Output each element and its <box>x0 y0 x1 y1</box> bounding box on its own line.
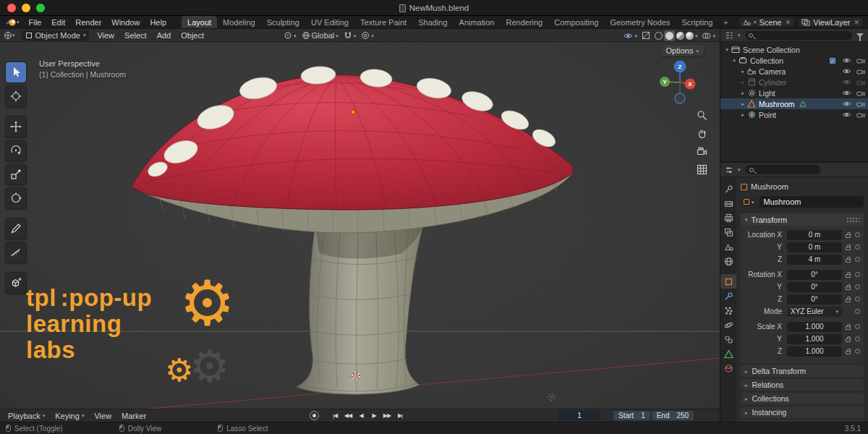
tab-geometry-nodes[interactable]: Geometry Nodes <box>604 16 676 28</box>
tab-object[interactable] <box>720 274 736 289</box>
expander-icon[interactable]: ▸ <box>739 101 746 107</box>
collection-checkbox[interactable]: ✓ <box>830 58 835 64</box>
tab-rendering[interactable]: Rendering <box>500 16 548 28</box>
transform-panel-header[interactable]: ▾ Transform <box>741 213 864 226</box>
properties-search-input[interactable] <box>745 165 820 174</box>
current-frame-field[interactable]: 1 <box>558 411 600 420</box>
tab-animation[interactable]: Animation <box>454 16 501 28</box>
pivot-point-selector[interactable]: ▾ <box>284 31 297 40</box>
disable-render-camera-icon[interactable] <box>856 90 865 96</box>
animate-decorator[interactable] <box>854 309 861 314</box>
expander-icon[interactable]: ▾ <box>731 58 738 64</box>
outliner-row-scene-collection[interactable]: ▾ Scene Collection <box>720 44 868 55</box>
options-button[interactable]: Options ▾ <box>661 45 704 56</box>
outliner-row-cylinder[interactable]: ▸ Cylinder <box>720 77 868 88</box>
next-keyframe-button[interactable]: ▶▶ <box>381 411 393 421</box>
menu-window[interactable]: Window <box>106 16 145 28</box>
animate-decorator[interactable] <box>854 336 861 341</box>
transform-tool[interactable] <box>5 187 27 209</box>
animate-decorator[interactable] <box>854 297 861 302</box>
panel-grip-icon[interactable] <box>846 217 859 223</box>
tab-tool[interactable] <box>720 182 736 196</box>
pan-hand-icon[interactable] <box>695 127 708 140</box>
shading-wireframe-button[interactable] <box>655 32 663 40</box>
animate-decorator[interactable] <box>854 257 861 262</box>
camera-view-icon[interactable] <box>695 145 708 158</box>
mode-selector[interactable]: Object Mode ▾ <box>22 30 90 41</box>
lock-icon[interactable] <box>842 324 854 330</box>
tab-view-layer[interactable] <box>720 225 736 239</box>
outliner-editor-icon[interactable] <box>725 31 733 40</box>
lock-icon[interactable] <box>842 349 854 354</box>
expander-icon[interactable]: ▸ <box>739 69 746 75</box>
menu-add[interactable]: Add <box>152 31 176 40</box>
section-instancing[interactable]: ▸ Instancing <box>741 407 864 418</box>
viewport-3d[interactable]: User Perspective (1) Collection | Mushro… <box>0 42 720 409</box>
section-collections[interactable]: ▸ Collections <box>741 393 864 404</box>
tab-object-data[interactable] <box>720 346 736 361</box>
hide-eye-icon[interactable] <box>842 90 851 96</box>
menu-marker[interactable]: Marker <box>116 412 151 420</box>
tab-output[interactable] <box>720 210 736 225</box>
snap-toggle[interactable]: ▾ <box>344 31 357 40</box>
editor-type-button[interactable]: ▾ <box>0 31 19 40</box>
location-x-field[interactable]: 0 m <box>787 230 842 240</box>
chevron-down-icon[interactable]: ▾ <box>738 167 741 172</box>
lock-icon[interactable] <box>842 297 854 302</box>
animate-decorator[interactable] <box>854 349 861 354</box>
location-y-field[interactable]: 0 m <box>787 242 842 252</box>
frame-start-field[interactable]: Start1 <box>613 411 650 420</box>
add-workspace-button[interactable]: + <box>718 16 733 28</box>
object-type-dropdown[interactable]: ▾ <box>741 196 757 208</box>
chevron-down-icon[interactable]: ▾ <box>738 33 741 38</box>
move-tool[interactable] <box>5 116 27 137</box>
select-box-tool[interactable] <box>5 61 27 83</box>
disable-render-camera-icon[interactable] <box>856 101 865 107</box>
menu-playback[interactable]: Playback ▾ <box>3 412 50 420</box>
tab-layout[interactable]: Layout <box>182 16 217 28</box>
cursor-tool[interactable] <box>5 85 27 107</box>
measure-tool[interactable] <box>5 242 27 263</box>
menu-file[interactable]: File <box>24 16 47 28</box>
scale-y-field[interactable]: 1.000 <box>787 334 842 344</box>
menu-select[interactable]: Select <box>119 31 152 40</box>
tab-sculpting[interactable]: Sculpting <box>261 16 305 28</box>
frame-end-field[interactable]: End250 <box>652 411 694 420</box>
hide-eye-icon[interactable] <box>842 57 851 64</box>
view-layer-selector[interactable]: ViewLayer ✕ <box>798 17 864 27</box>
disable-render-camera-icon[interactable] <box>856 111 865 118</box>
shading-material-button[interactable] <box>676 32 684 40</box>
menu-view-timeline[interactable]: View <box>89 412 116 420</box>
unlink-scene-button[interactable]: ✕ <box>785 19 792 26</box>
tab-shading[interactable]: Shading <box>412 16 453 28</box>
annotate-tool[interactable] <box>5 218 27 239</box>
rotation-z-field[interactable]: 0° <box>787 294 842 305</box>
section-delta-transform[interactable]: ▸ Delta Transform <box>741 365 864 377</box>
expander-icon[interactable]: ▸ <box>739 80 746 85</box>
menu-keying[interactable]: Keying ▾ <box>50 412 89 420</box>
scale-z-field[interactable]: 1.000 <box>787 346 842 357</box>
toggle-grid-icon[interactable] <box>695 163 708 176</box>
tab-compositing[interactable]: Compositing <box>548 16 604 28</box>
tab-texture-paint[interactable]: Texture Paint <box>354 16 412 28</box>
outliner-row-camera[interactable]: ▸ Camera <box>720 66 868 77</box>
auto-keyframe-toggle[interactable] <box>310 411 319 420</box>
tab-particles[interactable] <box>720 303 736 318</box>
play-button[interactable]: ▶ <box>368 411 380 421</box>
tab-constraints[interactable] <box>720 332 736 346</box>
tab-scene[interactable] <box>720 239 736 254</box>
disable-render-camera-icon[interactable] <box>856 79 865 85</box>
outliner-row-light[interactable]: ▸ Light <box>720 88 868 98</box>
hide-eye-icon[interactable] <box>842 68 851 75</box>
animate-decorator[interactable] <box>854 232 861 237</box>
object-name-field[interactable]: Mushroom <box>760 196 864 208</box>
outliner-row-mushroom[interactable]: ▸ Mushroom <box>720 98 868 109</box>
shading-rendered-button[interactable] <box>686 32 694 40</box>
tab-modeling[interactable]: Modeling <box>217 16 261 28</box>
xray-toggle[interactable] <box>642 31 650 40</box>
lock-icon[interactable] <box>842 232 854 238</box>
menu-edit[interactable]: Edit <box>46 16 70 28</box>
outliner-row-point[interactable]: ▸ Point <box>720 109 868 120</box>
tab-uv-editing[interactable]: UV Editing <box>305 16 354 28</box>
rotate-tool[interactable] <box>5 140 27 161</box>
